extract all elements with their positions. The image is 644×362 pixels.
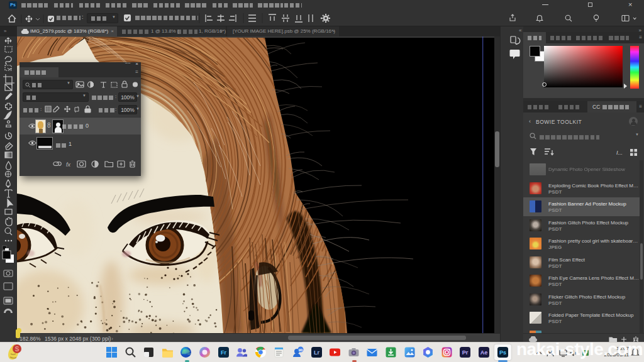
svg-text:90: 90 bbox=[299, 348, 303, 352]
svg-text:Ae: Ae bbox=[480, 349, 488, 356]
svg-text:Fr: Fr bbox=[221, 349, 226, 356]
svg-text:Lr: Lr bbox=[314, 349, 319, 356]
svg-text:Ps: Ps bbox=[499, 349, 506, 356]
svg-text:Pr: Pr bbox=[462, 349, 469, 356]
svg-text:I...: I... bbox=[616, 150, 623, 156]
svg-text:S: S bbox=[15, 346, 19, 353]
svg-text:fx: fx bbox=[66, 162, 71, 168]
